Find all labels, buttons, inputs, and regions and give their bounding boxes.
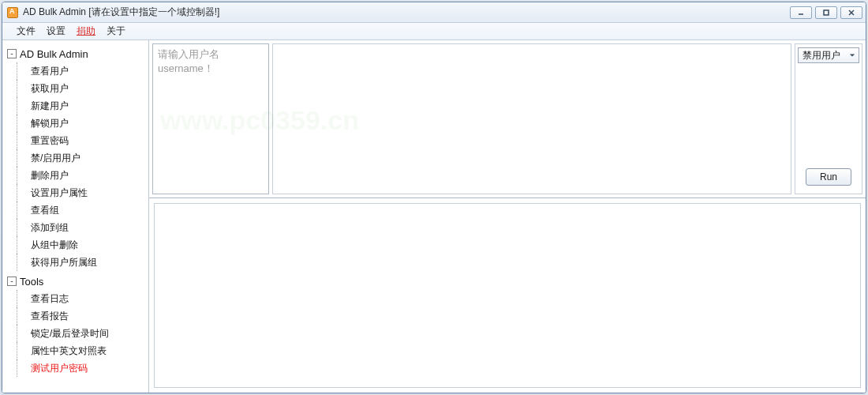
tree-item[interactable]: 获得用户所属组 xyxy=(7,254,147,271)
window-title: AD Bulk Admin [请在设置中指定一个域控制器!] xyxy=(23,6,219,19)
tree-item[interactable]: 查看组 xyxy=(7,201,147,219)
tree-item[interactable]: 从组中删除 xyxy=(7,236,147,254)
menu-help[interactable]: 捐助 xyxy=(77,24,95,38)
app-icon xyxy=(7,7,18,18)
tree-root-ad-bulk-admin[interactable]: - AD Bulk Admin xyxy=(7,45,147,62)
username-input[interactable] xyxy=(152,43,269,194)
tree-item[interactable]: 查看报告 xyxy=(7,307,147,325)
tree-item[interactable]: 查看用户 xyxy=(7,62,147,80)
minimize-button[interactable] xyxy=(790,6,812,19)
upper-panel: 禁用用户 Run xyxy=(149,40,866,198)
menu-settings[interactable]: 设置 xyxy=(47,24,65,38)
navigation-tree: - AD Bulk Admin 查看用户获取用户新建用户解锁用户重置密码禁/启用… xyxy=(2,40,149,393)
maximize-button[interactable] xyxy=(815,6,837,19)
output-panel xyxy=(154,203,861,388)
main-area: 禁用用户 Run xyxy=(149,40,866,393)
tree-item[interactable]: 获取用户 xyxy=(7,80,147,97)
run-button[interactable]: Run xyxy=(806,168,851,186)
menu-bar: 文件 设置 捐助 关于 xyxy=(2,23,866,40)
tree-root-tools[interactable]: - Tools xyxy=(7,273,147,290)
tree-item[interactable]: 新建用户 xyxy=(7,97,147,115)
action-select-value: 禁用用户 xyxy=(803,49,840,62)
menu-about[interactable]: 关于 xyxy=(107,24,125,38)
tree-item[interactable]: 属性中英文对照表 xyxy=(7,342,147,359)
results-area xyxy=(272,43,791,194)
tree-root-label: Tools xyxy=(20,276,43,288)
tree-item[interactable]: 删除用户 xyxy=(7,167,147,184)
tree-item[interactable]: 查看日志 xyxy=(7,290,147,307)
menu-file[interactable]: 文件 xyxy=(17,24,36,38)
tree-item[interactable]: 锁定/最后登录时间 xyxy=(7,325,147,342)
tree-item[interactable]: 测试用户密码 xyxy=(7,359,147,377)
tree-item[interactable]: 解锁用户 xyxy=(7,115,147,132)
action-select[interactable]: 禁用用户 xyxy=(798,47,859,63)
action-panel: 禁用用户 Run xyxy=(795,43,862,194)
svg-rect-1 xyxy=(824,10,829,15)
tree-item[interactable]: 重置密码 xyxy=(7,132,147,149)
chevron-down-icon xyxy=(847,51,857,60)
tree-item[interactable]: 禁/启用用户 xyxy=(7,149,147,167)
tree-item[interactable]: 设置用户属性 xyxy=(7,184,147,201)
app-window: AD Bulk Admin [请在设置中指定一个域控制器!] 文件 设置 捐助 … xyxy=(2,2,866,393)
title-bar[interactable]: AD Bulk Admin [请在设置中指定一个域控制器!] xyxy=(2,2,866,23)
expander-icon[interactable]: - xyxy=(7,276,17,286)
expander-icon[interactable]: - xyxy=(7,49,17,58)
tree-item[interactable]: 添加到组 xyxy=(7,219,147,236)
tree-root-label: AD Bulk Admin xyxy=(20,48,88,60)
close-button[interactable] xyxy=(840,6,862,19)
